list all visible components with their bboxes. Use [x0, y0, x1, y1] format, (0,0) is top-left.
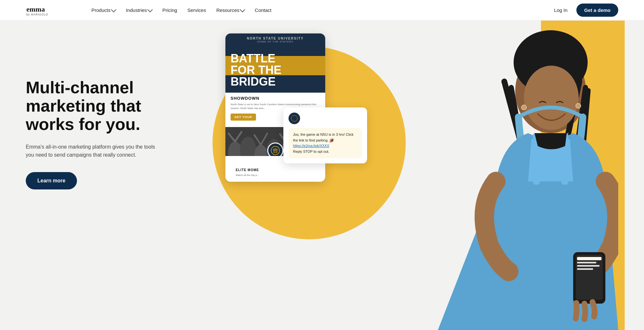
- get-your-button[interactable]: GET YOUR: [231, 114, 256, 121]
- nav-industries[interactable]: Industries: [121, 5, 156, 15]
- resources-chevron-icon: [240, 7, 245, 12]
- svg-rect-11: [274, 150, 277, 152]
- card-header: NORTH STATE UNIVERSITY HOME OF THE STATE…: [225, 33, 325, 46]
- svg-marker-14: [273, 148, 278, 150]
- battle-line1: BATTLE: [231, 53, 320, 64]
- svg-rect-33: [577, 265, 600, 267]
- svg-point-23: [521, 105, 526, 110]
- login-link[interactable]: Log In: [550, 5, 572, 15]
- industries-chevron-icon: [147, 7, 153, 12]
- sms-card: Jos, the game at NSU is in 3 hrs! Click …: [283, 107, 367, 163]
- nav-products[interactable]: Products: [87, 5, 120, 15]
- university-name: NORTH STATE UNIVERSITY: [231, 37, 320, 40]
- nav-right: Log In Get a demo: [550, 4, 618, 17]
- svg-rect-30: [576, 255, 603, 300]
- svg-rect-31: [577, 257, 601, 260]
- nav-products-label: Products: [91, 7, 110, 13]
- battle-title: BATTLE FOR THE BRIDGE: [231, 53, 320, 87]
- nav-contact[interactable]: Contact: [250, 5, 276, 15]
- nsu-bottom-icon: [267, 142, 283, 156]
- learn-more-button[interactable]: Learn more: [26, 172, 77, 189]
- showdown-label: SHOWDOWN: [231, 96, 320, 101]
- svg-rect-34: [577, 268, 593, 270]
- nav-services-label: Services: [187, 7, 206, 13]
- svg-rect-32: [577, 262, 596, 263]
- sms-opt-out: Reply STOP to opt out.: [293, 150, 329, 153]
- battle-line3: BRIDGE: [231, 76, 320, 87]
- watch-text: Watch all the top p...: [231, 174, 320, 180]
- nsu-icon-inner: [271, 146, 280, 155]
- hero-left: Multi-channel marketing that works for y…: [26, 21, 193, 189]
- sms-brand-icon: [289, 113, 300, 124]
- sms-message-bubble: Jos, the game at NSU is in 3 hrs! Click …: [289, 128, 362, 158]
- svg-text:by MARIGOLD: by MARIGOLD: [26, 13, 48, 16]
- navigation: emma by MARIGOLD Products Industries Pri…: [0, 0, 644, 21]
- svg-point-24: [576, 103, 581, 108]
- svg-rect-13: [276, 151, 276, 151]
- hero-subtitle: Emma's all-in-one marketing platform giv…: [26, 143, 161, 159]
- university-subtitle: HOME OF THE STATERS: [231, 40, 320, 43]
- building-icon: [273, 148, 278, 153]
- logo-svg: emma by MARIGOLD: [26, 4, 68, 17]
- nav-industries-label: Industries: [126, 7, 147, 13]
- nav-pricing[interactable]: Pricing: [158, 5, 182, 15]
- sms-link: https://e2ma.link/XXXX: [293, 144, 329, 148]
- nav-contact-label: Contact: [255, 7, 271, 13]
- svg-rect-12: [274, 151, 275, 151]
- logo[interactable]: emma by MARIGOLD: [26, 4, 68, 17]
- email-banner: BATTLE FOR THE BRIDGE: [225, 46, 325, 93]
- sms-icon-inner: [291, 115, 298, 122]
- sms-message-text: Jos, the game at NSU is in 3 hrs! Click …: [293, 133, 354, 142]
- nav-services[interactable]: Services: [183, 5, 211, 15]
- person-illustration: [438, 21, 618, 330]
- elite-label: ELITE MOME: [231, 162, 320, 174]
- sms-header: [289, 113, 362, 124]
- nav-links: Products Industries Pricing Services Res…: [87, 5, 550, 15]
- hero-right: NORTH STATE UNIVERSITY HOME OF THE STATE…: [193, 21, 618, 330]
- get-demo-button[interactable]: Get a demo: [576, 4, 618, 17]
- battle-line2: FOR THE: [231, 64, 320, 76]
- hero-section: Multi-channel marketing that works for y…: [0, 21, 644, 330]
- nav-resources[interactable]: Resources: [212, 5, 249, 15]
- hero-title: Multi-channel marketing that works for y…: [26, 78, 180, 134]
- nav-resources-label: Resources: [216, 7, 240, 13]
- products-chevron-icon: [111, 7, 117, 12]
- nav-pricing-label: Pricing: [162, 7, 177, 13]
- svg-text:emma: emma: [26, 5, 45, 13]
